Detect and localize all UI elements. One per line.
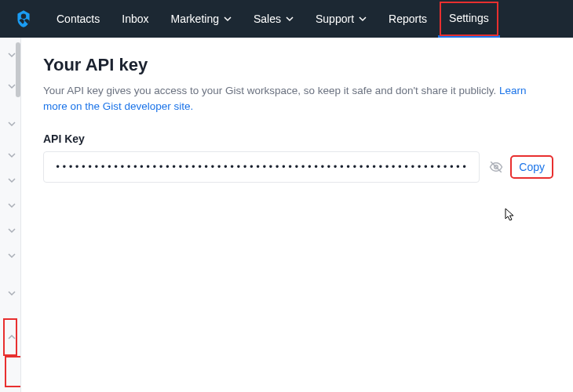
toggle-visibility-button[interactable]: [487, 158, 505, 176]
mouse-cursor: [505, 208, 516, 222]
chevron-down-icon: [8, 51, 16, 59]
top-nav: Contacts Inbox Marketing Sales Support R…: [0, 0, 573, 38]
chevron-down-icon: [359, 15, 367, 23]
nav-label: Sales: [254, 13, 281, 25]
page-description: Your API key gives you access to your Gi…: [43, 83, 551, 115]
sidebar-item-chatbot[interactable]: Chatbot: [0, 168, 20, 193]
chevron-down-icon: [8, 289, 16, 297]
sidebar-item-import-export[interactable]: Import & Export: [0, 268, 20, 318]
nav-reports[interactable]: Reports: [378, 0, 438, 38]
sidebar-item-marketing[interactable]: Marketing: [0, 243, 20, 268]
chevron-down-icon: [8, 151, 16, 159]
chevron-down-icon: [8, 201, 16, 209]
nav-inbox[interactable]: Inbox: [111, 0, 159, 38]
chevron-up-icon: [8, 333, 16, 341]
chevron-down-icon: [8, 252, 16, 260]
nav-label: Settings: [449, 12, 489, 24]
chevron-down-icon: [224, 15, 232, 23]
copy-button[interactable]: Copy: [513, 158, 551, 176]
chevron-down-icon: [8, 120, 16, 128]
sidebar-subitem-integrations[interactable]: Integrations: [0, 387, 21, 392]
nav-sales[interactable]: Sales: [243, 0, 305, 38]
sidebar-item-data-tracking[interactable]: Data & Tracking: [0, 105, 20, 143]
nav-label: Contacts: [57, 13, 100, 25]
sidebar-item-messenger[interactable]: Messenger: [0, 143, 20, 168]
sidebar-item-inbox[interactable]: Inbox: [0, 193, 20, 218]
nav-label: Inbox: [122, 13, 148, 25]
scrollbar-thumb[interactable]: [16, 42, 20, 97]
nav-contacts[interactable]: Contacts: [46, 0, 111, 38]
nav-items: Contacts Inbox Marketing Sales Support R…: [46, 0, 500, 38]
chevron-down-icon: [8, 176, 16, 184]
chevron-down-icon: [286, 15, 294, 23]
nav-label: Support: [316, 13, 354, 25]
nav-label: Marketing: [171, 13, 219, 25]
chevron-down-icon: [8, 82, 16, 90]
sidebar-subitem-api-key[interactable]: API key: [5, 356, 21, 387]
eye-off-icon: [489, 160, 503, 174]
sidebar-item-api-integrations[interactable]: API & Integrations: [3, 318, 17, 356]
page-title: Your API key: [43, 55, 551, 75]
api-key-row: ••••••••••••••••••••••••••••••••••••••••…: [43, 151, 551, 183]
nav-support[interactable]: Support: [305, 0, 378, 38]
desc-text: Your API key gives you access to your Gi…: [43, 85, 499, 96]
main-content: Your API key Your API key gives you acce…: [21, 38, 573, 392]
nav-label: Reports: [389, 13, 427, 25]
api-key-input[interactable]: ••••••••••••••••••••••••••••••••••••••••…: [43, 151, 480, 183]
sidebar-item-support[interactable]: Support: [0, 218, 20, 243]
settings-sidebar: General Your Profile Data & Tracking Mes…: [0, 38, 21, 392]
nav-settings[interactable]: Settings: [438, 0, 500, 38]
nav-marketing[interactable]: Marketing: [160, 0, 243, 38]
api-key-label: API Key: [43, 132, 551, 145]
app-logo[interactable]: [13, 8, 35, 30]
chevron-down-icon: [8, 227, 16, 234]
